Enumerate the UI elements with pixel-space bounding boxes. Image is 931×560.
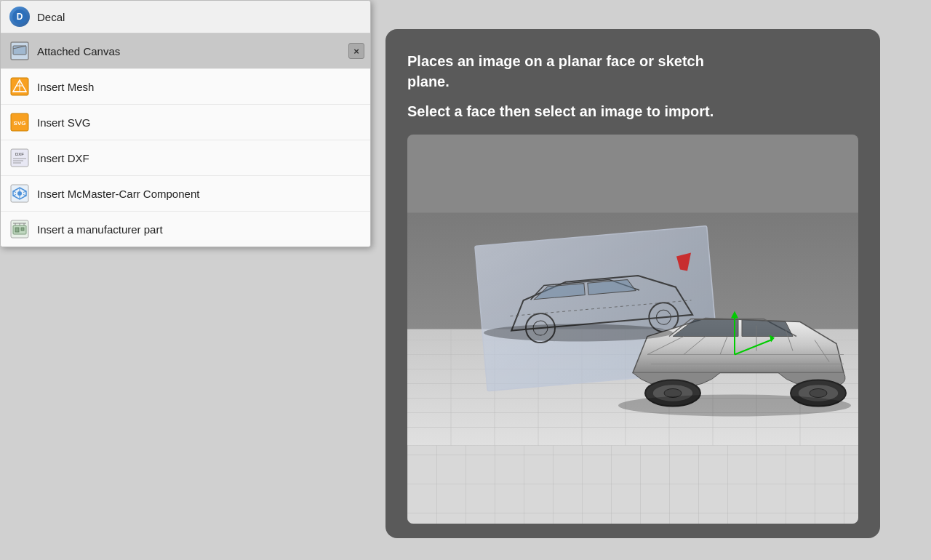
menu-item-attached-canvas[interactable]: Attached Canvas × <box>1 33 370 68</box>
car-scene-svg <box>407 135 858 524</box>
menu-item-insert-mesh[interactable]: Insert Mesh <box>1 68 370 104</box>
svg-point-77 <box>618 395 851 417</box>
preview-title: Places an image on a planar face or sket… <box>407 51 858 92</box>
mesh-icon <box>9 76 30 97</box>
svg-label: Insert SVG <box>37 116 90 129</box>
svg-text:SVG: SVG <box>14 120 26 127</box>
svg-rect-29 <box>21 228 24 231</box>
preview-image <box>407 135 858 524</box>
preview-panel: Places an image on a planar face or sket… <box>385 29 880 538</box>
mcmaster-icon <box>9 183 30 204</box>
close-button[interactable]: × <box>348 43 364 59</box>
svg-point-78 <box>484 324 673 342</box>
manufacturer-label: Insert a manufacturer part <box>37 223 163 236</box>
menu-item-insert-mcmaster[interactable]: Insert McMaster-Carr Component <box>1 175 370 211</box>
menu-item-insert-svg[interactable]: SVG Insert SVG <box>1 104 370 140</box>
decal-label: Decal <box>37 11 65 23</box>
svg-text:D: D <box>17 12 23 22</box>
manufacturer-icon <box>9 219 30 239</box>
mcmaster-label: Insert McMaster-Carr Component <box>37 188 199 200</box>
menu-item-decal[interactable]: D Decal <box>1 1 370 33</box>
dropdown-menu: D Decal Attached Canvas × <box>0 0 371 247</box>
dxf-icon: DXF <box>9 148 30 168</box>
svg-rect-28 <box>15 228 19 232</box>
menu-item-insert-dxf[interactable]: DXF Insert DXF <box>1 140 370 175</box>
menu-item-insert-manufacturer[interactable]: Insert a manufacturer part <box>1 211 370 247</box>
svg-icon: SVG <box>9 112 30 132</box>
svg-point-19 <box>17 191 22 196</box>
svg-point-72 <box>810 389 827 398</box>
canvas-icon <box>9 41 30 61</box>
preview-subtitle: Select a face then select an image to im… <box>407 103 858 120</box>
svg-text:DXF: DXF <box>15 152 24 156</box>
dxf-label: Insert DXF <box>37 152 89 164</box>
canvas-label: Attached Canvas <box>37 45 120 57</box>
mesh-label: Insert Mesh <box>37 81 94 93</box>
decal-icon: D <box>9 7 30 27</box>
